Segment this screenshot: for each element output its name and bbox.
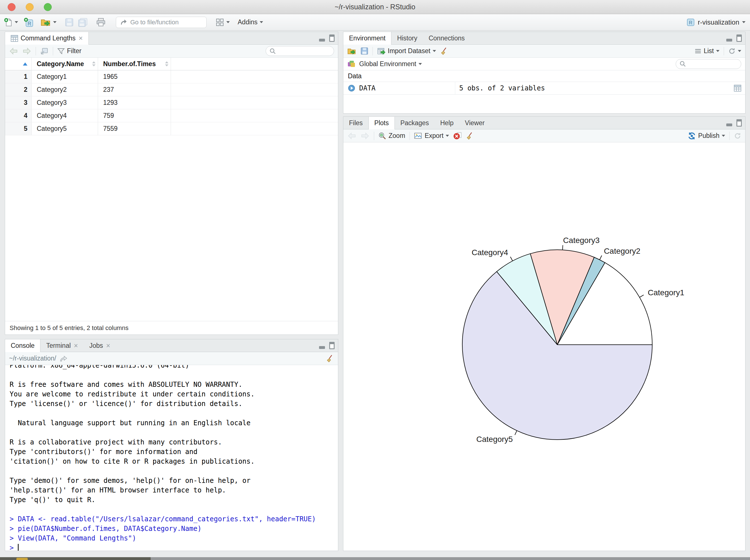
tab-environment[interactable]: Environment xyxy=(343,32,391,45)
project-name-label: r-visualization xyxy=(698,18,739,26)
pane-layout-button[interactable] xyxy=(216,18,230,26)
funnel-icon xyxy=(57,48,65,55)
import-dataset-label: Import Dataset xyxy=(388,47,430,55)
close-icon[interactable]: × xyxy=(79,35,83,42)
environment-scope-dropdown[interactable]: Global Environment xyxy=(359,60,422,68)
table-header: Category.Name Number.of.Times xyxy=(5,58,338,71)
refresh-icon xyxy=(728,47,735,55)
cell-rownum: 2 xyxy=(5,83,32,96)
load-workspace-folder-icon[interactable] xyxy=(347,47,356,55)
environment-object-row[interactable]: DATA 5 obs. of 2 variables xyxy=(343,82,745,95)
new-file-icon xyxy=(4,18,13,27)
divider xyxy=(36,47,36,55)
forward-icon[interactable] xyxy=(22,47,32,55)
cell-category: Category2 xyxy=(32,83,98,96)
close-icon[interactable]: × xyxy=(74,342,78,349)
console-output[interactable]: Platform: x86_64-apple-darwin15.6.0 (64-… xyxy=(5,365,338,551)
clear-console-broom-icon[interactable] xyxy=(326,355,334,362)
zoom-plot-button[interactable]: Zoom xyxy=(378,132,405,140)
minimize-pane-icon[interactable] xyxy=(726,39,732,42)
save-all-button[interactable] xyxy=(78,18,87,27)
maximize-pane-icon[interactable] xyxy=(736,35,742,42)
pie-label-tick xyxy=(639,295,644,297)
window-title: ~/r-visualization - RStudio xyxy=(0,0,750,14)
refresh-environment-button[interactable] xyxy=(728,47,741,55)
tab-terminal[interactable]: Terminal × xyxy=(40,339,84,352)
view-object-grid-icon[interactable] xyxy=(734,85,741,92)
addins-button[interactable]: Addins xyxy=(238,18,263,26)
prompt-label: > xyxy=(9,544,18,551)
rownum-header[interactable] xyxy=(5,58,32,70)
maximize-pane-icon[interactable] xyxy=(329,35,335,42)
tab-history[interactable]: History xyxy=(391,32,423,44)
tab-viewer[interactable]: Viewer xyxy=(459,117,490,129)
open-in-window-icon[interactable] xyxy=(40,47,48,55)
open-file-button[interactable] xyxy=(41,18,57,26)
export-plot-button[interactable]: Export xyxy=(414,132,449,140)
column-header-times[interactable]: Number.of.Times xyxy=(98,58,171,70)
clear-objects-broom-icon[interactable] xyxy=(440,47,448,55)
tab-label: Environment xyxy=(349,35,386,42)
console-line: 'help.start()' for an HTML browser inter… xyxy=(9,485,338,495)
minimize-pane-icon[interactable] xyxy=(726,123,732,126)
maximize-pane-icon[interactable] xyxy=(736,119,742,126)
pie-label-tick xyxy=(510,257,513,261)
plot-canvas: Category1Category2Category3Category4Cate… xyxy=(343,142,745,551)
viewer-search[interactable] xyxy=(265,46,334,56)
tab-jobs[interactable]: Jobs × xyxy=(84,339,116,352)
tab-label: Packages xyxy=(400,119,429,127)
console-pane: Console Terminal × Jobs × ~/r-visualizat… xyxy=(5,339,338,551)
goto-file-input[interactable] xyxy=(130,18,190,26)
column-header-category[interactable]: Category.Name xyxy=(32,58,98,70)
table-row[interactable]: 5 Category5 7559 xyxy=(5,122,338,135)
save-icon xyxy=(65,18,74,26)
refresh-plot-icon[interactable] xyxy=(734,132,741,140)
save-workspace-icon[interactable] xyxy=(360,47,368,55)
minimize-pane-icon[interactable] xyxy=(319,39,325,42)
tab-help[interactable]: Help xyxy=(435,117,459,129)
filter-button[interactable]: Filter xyxy=(57,47,81,55)
tab-command-lengths[interactable]: Command Lengths × xyxy=(5,32,89,45)
main-toolbar: R xyxy=(0,14,750,31)
tab-connections[interactable]: Connections xyxy=(423,32,471,44)
save-button[interactable] xyxy=(65,18,74,26)
print-button[interactable] xyxy=(96,18,106,27)
maximize-pane-icon[interactable] xyxy=(329,342,335,349)
import-dataset-button[interactable]: Import Dataset xyxy=(377,47,436,55)
environment-search[interactable] xyxy=(676,59,741,69)
project-menu-button[interactable]: R r-visualization xyxy=(686,14,746,30)
export-label: Export xyxy=(425,132,443,140)
close-icon[interactable]: × xyxy=(106,342,111,349)
table-row[interactable]: 3 Category3 1293 xyxy=(5,96,338,109)
text-cursor xyxy=(18,544,19,551)
new-project-button[interactable]: R xyxy=(24,18,33,27)
previous-plot-icon[interactable] xyxy=(347,132,356,140)
divider xyxy=(410,132,410,140)
tab-label: Plots xyxy=(374,119,389,127)
goto-file-search[interactable] xyxy=(116,17,206,28)
cell-times: 1293 xyxy=(98,96,171,109)
tab-label: Viewer xyxy=(465,119,485,127)
tab-console[interactable]: Console xyxy=(5,339,40,352)
console-line: R is a collaborative project with many c… xyxy=(9,437,338,447)
list-view-button[interactable]: List xyxy=(695,47,719,55)
minimize-pane-icon[interactable] xyxy=(319,346,325,349)
table-row[interactable]: 1 Category1 1965 xyxy=(5,71,338,83)
expand-object-icon[interactable] xyxy=(348,84,355,92)
remove-plot-icon[interactable] xyxy=(453,132,462,140)
pie-label: Category3 xyxy=(563,236,600,245)
table-row[interactable]: 4 Category4 759 xyxy=(5,109,338,122)
tab-plots[interactable]: Plots xyxy=(369,117,395,129)
next-plot-icon[interactable] xyxy=(360,132,370,140)
sort-icons xyxy=(165,61,169,66)
back-icon[interactable] xyxy=(9,47,18,55)
clear-plots-broom-icon[interactable] xyxy=(466,132,474,140)
tab-files[interactable]: Files xyxy=(343,117,369,129)
plots-toolbar: Zoom Export Publish xyxy=(343,129,745,142)
scope-label: Global Environment xyxy=(359,60,416,68)
tab-packages[interactable]: Packages xyxy=(395,117,435,129)
publish-button[interactable]: Publish xyxy=(688,132,725,140)
new-file-button[interactable] xyxy=(4,18,18,27)
table-row[interactable]: 2 Category2 237 xyxy=(5,83,338,96)
share-arrow-icon[interactable] xyxy=(60,355,67,362)
